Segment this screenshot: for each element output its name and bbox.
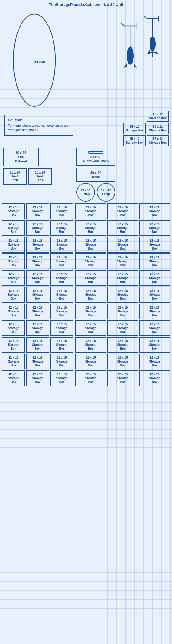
list-item: 12 x 15StorageBox: [107, 270, 138, 286]
storage-box-row1: 15 x 12Storage Box 15 x 12Storage Box: [123, 123, 169, 134]
table-row: 12 x 15StorageBox 12 x 15StorageBox 12 x…: [2, 287, 73, 303]
list-item: 12 x 15StorageBox: [50, 237, 73, 253]
lamp-2: 12 x 12Lamp: [97, 183, 115, 202]
main-storage-area: 12 x 15StorageBox 12 x 15StorageBox 12 x…: [0, 203, 172, 386]
list-item: 12 x 15StorageBox: [2, 203, 25, 219]
list-item: 12 x 15StorageBox: [2, 220, 25, 236]
list-item: 12 x 15StorageBox: [2, 337, 25, 353]
list-item: 12 x 15StorageBox: [107, 287, 138, 303]
desk: 30 x 60Desk: [76, 168, 115, 182]
list-item: 12 x 15StorageBox: [2, 287, 25, 303]
caution-heading: Caution:: [8, 118, 70, 123]
table-row: 12 x 15StorageBox 12 x 15StorageBox 12 x…: [2, 354, 73, 369]
list-item: 12 x 15StorageBox: [107, 220, 138, 236]
lamp-row: 12 x 12Lamp 12 x 12Lamp: [76, 183, 169, 202]
lamp-1: 12 x 12Lamp: [76, 183, 95, 202]
storage-box-top-single: 15 x 12Storage Box: [147, 111, 169, 122]
list-item: 12 x 15StorageBox: [50, 304, 73, 319]
list-item: 12 x 15StorageBox: [75, 237, 106, 253]
table-row: 12 x 15StorageBox 12 x 15StorageBox 12 x…: [2, 203, 73, 219]
storage-box-r1c1: 15 x 12Storage Box: [123, 123, 146, 134]
list-item: 12 x 15StorageBox: [26, 287, 49, 303]
caution-text: Furniture, clothes, etc. can soak up odo…: [8, 124, 68, 132]
list-item: 12 x 15StorageBox: [26, 337, 49, 353]
list-item: 12 x 15StorageBox: [139, 237, 170, 253]
list-item: 12 x 15StorageBox: [139, 287, 170, 303]
jetski-label: Jet Ski: [33, 60, 45, 64]
table-row: 12 x 15StorageBox 12 x 15StorageBox 12 x…: [2, 253, 73, 269]
list-item: 12 x 15StorageBox: [2, 320, 25, 336]
end-table-row: 18 x 20EndTable 18 x 20EndTable: [3, 168, 75, 185]
storage-box-row2: 15 x 12Storage Box 15 x 12Storage Box: [123, 135, 169, 146]
list-item: 12 x 15StorageBox: [50, 220, 73, 236]
list-item: 12 x 15StorageBox: [50, 253, 73, 269]
list-item: 12 x 15StorageBox: [139, 320, 170, 336]
list-item: 12 x 15StorageBox: [50, 370, 73, 386]
list-item: 12 x 15StorageBox: [75, 203, 106, 219]
list-item: 12 x 15StorageBox: [139, 354, 170, 369]
list-item: 12 x 15StorageBox: [26, 220, 49, 236]
list-item: 12 x 15StorageBox: [75, 320, 106, 336]
list-item: 12 x 15StorageBox: [75, 220, 106, 236]
list-item: 12 x 15StorageBox: [107, 337, 138, 353]
rocket-bike-icon: [109, 8, 169, 106]
list-item: 12 x 15StorageBox: [75, 354, 106, 369]
storage-left-column: 12 x 15StorageBox 12 x 15StorageBox 12 x…: [2, 203, 73, 386]
list-item: 12 x 15StorageBox: [2, 253, 25, 269]
svg-marker-20: [156, 50, 158, 54]
list-item: 12 x 15StorageBox: [139, 337, 170, 353]
table-row: 12 x 15StorageBox 12 x 15StorageBox 12 x…: [75, 304, 170, 319]
mid-left: 30 x 15FileCabinet 18 x 20EndTable 18 x …: [3, 148, 75, 202]
list-item: 12 x 15StorageBox: [75, 370, 106, 386]
list-item: 12 x 15StorageBox: [50, 203, 73, 219]
svg-marker-9: [124, 63, 127, 68]
svg-marker-6: [127, 45, 133, 51]
table-row: 12 x 15StorageBox 12 x 15StorageBox 12 x…: [75, 370, 170, 386]
list-item: 12 x 15StorageBox: [26, 253, 49, 269]
list-item: 12 x 15StorageBox: [107, 304, 138, 319]
storage-boxes-top-right: 15 x 12Storage Box 15 x 12Storage Box 15…: [123, 111, 169, 146]
list-item: 12 x 15StorageBox: [26, 320, 49, 336]
list-item: 12 x 15StorageBox: [26, 270, 49, 286]
table-row: 12 x 15StorageBox 12 x 15StorageBox 12 x…: [2, 270, 73, 286]
end-table-1: 18 x 20EndTable: [3, 168, 27, 185]
list-item: 12 x 15StorageBox: [107, 370, 138, 386]
list-item: 12 x 15StorageBox: [75, 304, 106, 319]
table-row: 12 x 15StorageBox 12 x 15StorageBox 12 x…: [75, 287, 170, 303]
list-item: 12 x 15StorageBox: [50, 320, 73, 336]
list-item: 12 x 15StorageBox: [75, 287, 106, 303]
list-item: 12 x 15StorageBox: [50, 270, 73, 286]
list-item: 12 x 15StorageBox: [107, 354, 138, 369]
storage-right-column: 12 x 15StorageBox 12 x 15StorageBox 12 x…: [75, 203, 170, 386]
list-item: 12 x 15StorageBox: [75, 270, 106, 286]
microwave-handle: [88, 151, 103, 154]
list-item: 12 x 15StorageBox: [26, 354, 49, 369]
table-row: 12 x 15StorageBox 12 x 15StorageBox 12 x…: [2, 320, 73, 336]
list-item: 12 x 15StorageBox: [2, 304, 25, 319]
page-title: TheStoragePlaceSoCal.com - 8 x 30 Unit: [0, 0, 172, 8]
list-item: 12 x 15StorageBox: [139, 220, 170, 236]
svg-marker-10: [134, 63, 137, 68]
list-item: 12 x 15StorageBox: [107, 237, 138, 253]
list-item: 12 x 15StorageBox: [107, 203, 138, 219]
table-row: 12 x 15StorageBox 12 x 15StorageBox 12 x…: [75, 320, 170, 336]
table-row: 12 x 15StorageBox 12 x 15StorageBox 12 x…: [2, 370, 73, 386]
list-item: 12 x 15StorageBox: [107, 253, 138, 269]
list-item: 12 x 15StorageBox: [139, 304, 170, 319]
table-row: 12 x 15StorageBox 12 x 15StorageBox 12 x…: [2, 237, 73, 253]
mid-right: 24 x 15Microwave Oven 30 x 60Desk 12 x 1…: [76, 148, 169, 202]
list-item: 12 x 15StorageBox: [50, 354, 73, 369]
list-item: 12 x 15StorageBox: [75, 337, 106, 353]
list-item: 12 x 15StorageBox: [2, 354, 25, 369]
list-item: 12 x 15StorageBox: [2, 270, 25, 286]
list-item: 12 x 15StorageBox: [50, 287, 73, 303]
table-row: 12 x 15StorageBox 12 x 15StorageBox 12 x…: [75, 270, 170, 286]
list-item: 12 x 15StorageBox: [139, 370, 170, 386]
list-item: 12 x 15StorageBox: [2, 370, 25, 386]
list-item: 12 x 15StorageBox: [75, 253, 106, 269]
list-item: 12 x 15StorageBox: [26, 237, 49, 253]
table-row: 12 x 15StorageBox 12 x 15StorageBox 12 x…: [75, 354, 170, 369]
list-item: 12 x 15StorageBox: [139, 270, 170, 286]
jetski-area: Jet Ski: [6, 11, 72, 112]
list-item: 12 x 15StorageBox: [26, 304, 49, 319]
